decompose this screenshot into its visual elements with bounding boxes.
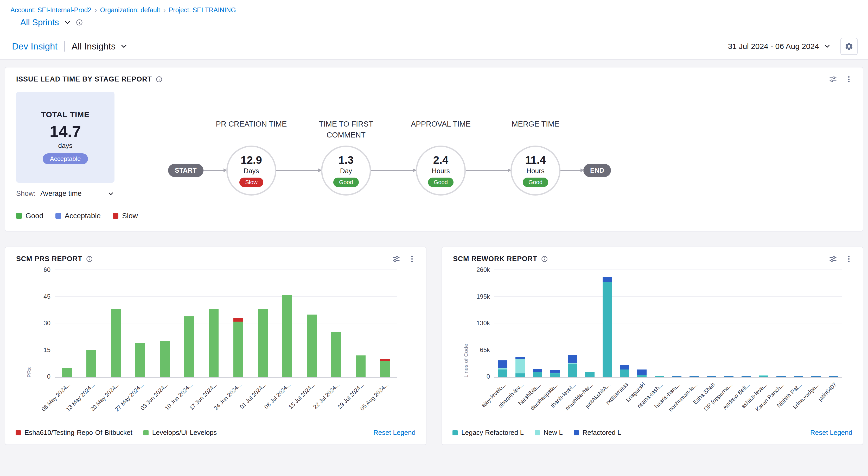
stage-circle[interactable]: 2.4HoursGood (416, 146, 466, 196)
bar-segment[interactable] (689, 377, 699, 377)
chevron-down-icon[interactable] (63, 18, 71, 27)
bar-segment[interactable] (585, 373, 594, 377)
legend-item[interactable]: Acceptable (55, 212, 101, 220)
bar-segment[interactable] (516, 357, 525, 359)
info-icon[interactable] (86, 256, 93, 263)
insight-selector[interactable]: All Insights (71, 41, 116, 52)
bar-segment[interactable] (811, 377, 820, 377)
reset-legend-link[interactable]: Reset Legend (810, 428, 852, 437)
stage-circle[interactable]: 1.3DayGood (321, 146, 371, 196)
bar-segment[interactable] (498, 369, 507, 377)
bar-segment[interactable] (742, 377, 751, 377)
bar-segment[interactable] (234, 322, 243, 377)
bar-segment[interactable] (742, 376, 751, 376)
bar-segment[interactable] (637, 375, 647, 377)
stage-circle[interactable]: 12.9DaysSlow (226, 146, 276, 196)
bar-segment[interactable] (282, 295, 292, 377)
bar-segment[interactable] (724, 376, 734, 376)
bar-segment[interactable] (829, 377, 838, 377)
legend-item[interactable]: Slow (113, 212, 138, 220)
bar-segment[interactable] (516, 359, 525, 374)
bar-segment[interactable] (160, 341, 169, 377)
bar-segment[interactable] (620, 369, 629, 377)
info-icon[interactable] (76, 19, 83, 26)
bar-segment[interactable] (516, 374, 525, 377)
sliders-icon[interactable] (829, 255, 837, 263)
bar-segment[interactable] (655, 376, 664, 377)
bar-segment[interactable] (585, 372, 594, 373)
bar-segment[interactable] (209, 309, 219, 377)
show-value[interactable]: Average time (40, 189, 82, 198)
bar-segment[interactable] (307, 315, 317, 377)
legend-item[interactable]: Legacy Refactored L (453, 428, 524, 437)
bar-segment[interactable] (602, 277, 612, 282)
bar-segment[interactable] (533, 372, 542, 377)
date-range-picker[interactable]: 31 Jul 2024 - 06 Aug 2024 (728, 42, 831, 51)
bar-segment[interactable] (759, 376, 768, 377)
bar-segment[interactable] (331, 332, 341, 377)
kebab-menu-icon[interactable] (845, 75, 853, 83)
sliders-icon[interactable] (392, 255, 400, 263)
breadcrumb-account[interactable]: Account: SEI-Internal-Prod2 (10, 6, 91, 14)
lead-time-stage[interactable]: TIME TO FIRST COMMENT1.3DayGood (321, 146, 371, 196)
insight-name[interactable]: Dev Insight (12, 41, 58, 52)
bar-segment[interactable] (568, 363, 577, 363)
bar-segment[interactable] (533, 369, 542, 372)
bar-segment[interactable] (776, 376, 786, 376)
breadcrumb-organization[interactable]: Organization: default (100, 6, 160, 14)
bar-segment[interactable] (829, 376, 838, 376)
date-range-label[interactable]: 31 Jul 2024 - 06 Aug 2024 (728, 42, 819, 51)
chevron-down-icon[interactable] (107, 190, 115, 198)
legend-item[interactable]: Levelops/Ui-Levelops (143, 428, 217, 437)
info-icon[interactable] (156, 76, 163, 83)
bar-segment[interactable] (380, 359, 390, 361)
bar-segment[interactable] (724, 377, 734, 377)
chevron-down-icon[interactable] (823, 42, 831, 50)
legend-item[interactable]: Good (16, 212, 43, 220)
bar-segment[interactable] (111, 309, 121, 377)
chevron-down-icon[interactable] (120, 42, 128, 51)
reset-legend-link[interactable]: Reset Legend (373, 428, 415, 437)
bar-segment[interactable] (811, 376, 820, 376)
bar-segment[interactable] (707, 376, 716, 376)
kebab-menu-icon[interactable] (845, 255, 853, 263)
bar-segment[interactable] (62, 368, 72, 377)
bar-segment[interactable] (184, 317, 194, 377)
sprint-selector-label[interactable]: All Sprints (20, 18, 59, 27)
bar-segment[interactable] (550, 373, 560, 374)
bar-segment[interactable] (689, 376, 699, 376)
legend-item[interactable]: Refactored L (574, 428, 621, 437)
lead-time-stage[interactable]: PR CREATION TIME12.9DaysSlow (226, 146, 276, 196)
bar-segment[interactable] (655, 376, 664, 377)
lead-time-stage[interactable]: MERGE TIME11.4HoursGood (510, 146, 560, 196)
bar-segment[interactable] (568, 364, 577, 377)
bar-segment[interactable] (498, 360, 507, 368)
bar-segment[interactable] (258, 309, 268, 377)
bar-segment[interactable] (135, 343, 145, 377)
bar-segment[interactable] (672, 377, 681, 377)
bar-segment[interactable] (620, 365, 629, 369)
sliders-icon[interactable] (829, 75, 837, 83)
settings-button[interactable] (840, 38, 858, 55)
bar-segment[interactable] (498, 368, 507, 369)
bar-segment[interactable] (759, 375, 768, 377)
show-metric-select[interactable]: Show: Average time (16, 189, 115, 198)
info-icon[interactable] (541, 256, 548, 263)
stage-circle[interactable]: 11.4HoursGood (510, 146, 560, 196)
bar-segment[interactable] (86, 350, 96, 377)
bar-segment[interactable] (794, 377, 803, 377)
bar-segment[interactable] (672, 376, 681, 376)
bar-segment[interactable] (707, 377, 716, 377)
bar-segment[interactable] (550, 374, 560, 377)
bar-segment[interactable] (794, 376, 803, 376)
lead-time-stage[interactable]: APPROVAL TIME2.4HoursGood (416, 146, 466, 196)
legend-item[interactable]: New L (535, 428, 563, 437)
legend-item[interactable]: Esha610/Testing-Repo-Of-Bitbucket (16, 428, 132, 437)
bar-segment[interactable] (234, 318, 243, 322)
bar-segment[interactable] (550, 370, 560, 373)
bar-segment[interactable] (602, 282, 612, 377)
bar-segment[interactable] (356, 355, 366, 377)
bar-segment[interactable] (380, 361, 390, 377)
sprint-selector[interactable]: All Sprints (0, 14, 868, 34)
bar-segment[interactable] (637, 369, 647, 375)
